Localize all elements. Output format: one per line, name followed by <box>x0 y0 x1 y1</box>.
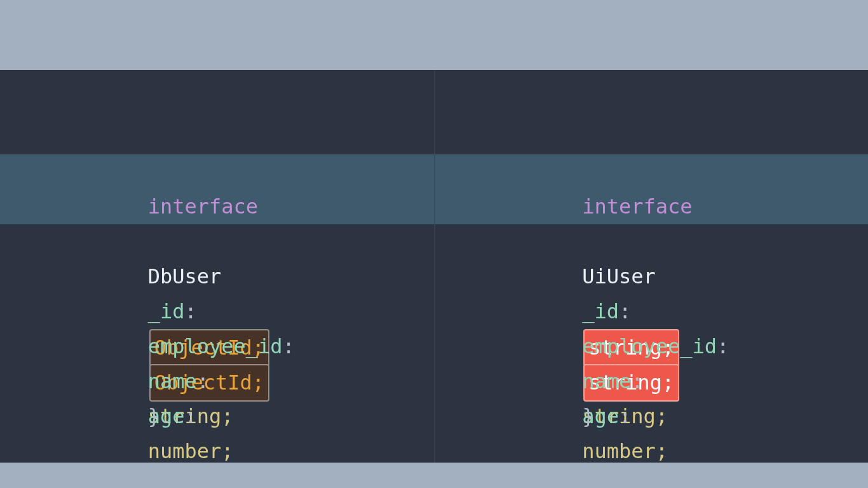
code-line: interface DbUser { <box>0 119 434 154</box>
diff-highlight-band <box>0 154 434 189</box>
code-line-highlighted: _id: string; <box>435 154 869 189</box>
keyword-interface: interface <box>582 194 692 219</box>
keyword-interface: interface <box>148 194 258 219</box>
brace-close: } <box>582 404 594 428</box>
left-code-panel: interface DbUser { _id: ObjectId; <box>0 70 435 463</box>
code-comparison: interface DbUser { _id: ObjectId; <box>0 70 868 463</box>
type-annotation: number; <box>582 439 668 463</box>
type-annotation: number; <box>148 439 234 463</box>
right-code-panel: interface UiUser { _id: string; <box>435 70 869 463</box>
right-code-block: interface UiUser { _id: string; <box>435 119 869 364</box>
code-line-highlighted: _id: ObjectId; <box>0 154 434 189</box>
brace-close: } <box>148 404 160 428</box>
code-line: interface UiUser { <box>435 119 869 154</box>
diff-highlight-band <box>435 154 869 189</box>
left-code-block: interface DbUser { _id: ObjectId; <box>0 119 434 364</box>
